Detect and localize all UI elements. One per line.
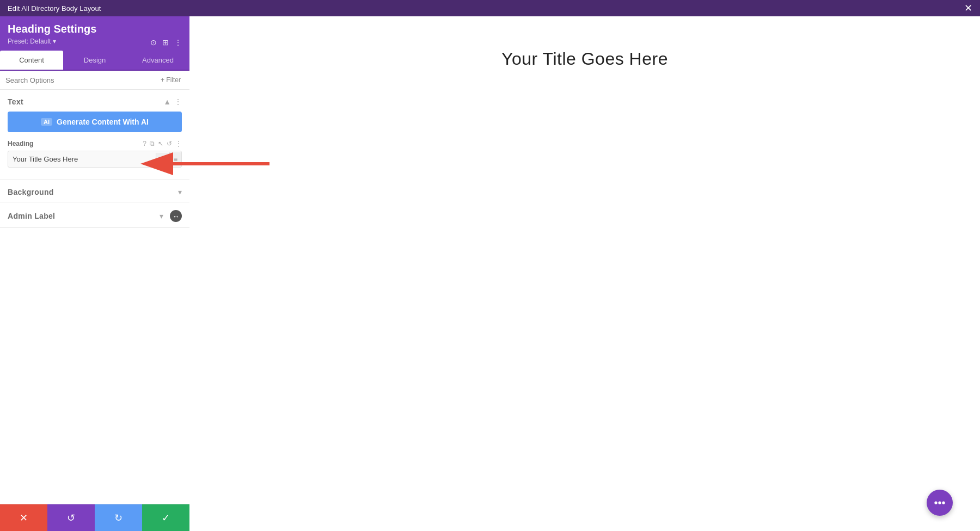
background-section-icons: ▾ [178, 188, 182, 196]
filter-button[interactable]: + Filter [157, 75, 184, 85]
tab-design[interactable]: Design [63, 51, 126, 70]
panel-footer: ✕ ↺ ↻ ✓ [0, 504, 189, 531]
undo-field-icon[interactable]: ↺ [167, 140, 172, 147]
help-icon[interactable]: ? [143, 140, 146, 147]
text-section-icons: ▲ ⋮ [163, 97, 182, 106]
admin-label-section-title: Admin Label [8, 212, 55, 220]
preset-arrow-icon: ▾ [53, 38, 56, 45]
top-bar: Edit All Directory Body Layout ✕ [0, 0, 980, 16]
admin-toggle-icon[interactable]: ↔ [170, 210, 182, 222]
layout-icon[interactable]: ⊞ [162, 38, 169, 47]
settings-icon[interactable]: ⊙ [150, 38, 157, 47]
heading-tools: ? ⧉ ↖ ↺ ⋮ [143, 140, 182, 147]
admin-label-section: Admin Label ▾ ↔ [0, 202, 189, 228]
tab-advanced[interactable]: Advanced [126, 51, 189, 70]
background-section-header: Background ▾ [0, 180, 189, 202]
pointer-icon[interactable]: ↖ [158, 140, 163, 147]
background-section-title: Background [8, 188, 54, 196]
redo-button[interactable]: ↻ [95, 504, 142, 531]
main-content: Your Title Goes Here [189, 16, 980, 531]
copy-icon[interactable]: ⧉ [150, 140, 155, 147]
collapse-icon[interactable]: ▲ [163, 97, 171, 106]
generate-ai-button[interactable]: AI Generate Content With AI [8, 112, 182, 132]
text-section-content: AI Generate Content With AI Heading ? ⧉ … [0, 112, 189, 180]
ai-button-label: Generate Content With AI [57, 118, 149, 126]
background-section: Background ▾ [0, 180, 189, 202]
main-title: Your Title Goes Here [501, 49, 668, 69]
section-more-icon[interactable]: ⋮ [174, 97, 182, 106]
panel-header: Heading Settings Preset: Default ▾ ⊙ ⊞ ⋮ [0, 16, 189, 51]
background-expand-icon[interactable]: ▾ [178, 188, 182, 196]
admin-expand-icon[interactable]: ▾ [160, 212, 163, 220]
heading-label: Heading [8, 140, 33, 147]
tab-content[interactable]: Content [0, 51, 63, 70]
heading-input[interactable] [8, 151, 156, 167]
panel-body: Text ▲ ⋮ AI Generate Content With AI Hea… [0, 90, 189, 504]
more-icon[interactable]: ⋮ [174, 38, 182, 47]
tabs: Content Design Advanced [0, 51, 189, 71]
search-input[interactable] [5, 76, 154, 84]
text-section-header: Text ▲ ⋮ [0, 90, 189, 112]
heading-input-icons: AI ≡ [156, 152, 181, 166]
panel-title: Heading Settings [8, 23, 182, 35]
ai-input-icon[interactable]: AI [156, 153, 169, 165]
field-more-icon[interactable]: ⋮ [175, 140, 182, 147]
left-panel: Heading Settings Preset: Default ▾ ⊙ ⊞ ⋮… [0, 16, 189, 531]
text-section-title: Text [8, 97, 23, 106]
search-bar: + Filter [0, 71, 189, 90]
close-icon[interactable]: ✕ [964, 3, 972, 13]
fab-button[interactable]: ••• [927, 490, 953, 516]
panel-header-icons: ⊙ ⊞ ⋮ [150, 38, 182, 47]
dynamic-content-icon[interactable]: ≡ [169, 152, 181, 166]
undo-button[interactable]: ↺ [47, 504, 95, 531]
preset-label: Preset: Default [8, 38, 51, 45]
top-bar-title: Edit All Directory Body Layout [8, 4, 101, 13]
heading-input-row: AI ≡ [8, 151, 182, 168]
heading-row: Heading ? ⧉ ↖ ↺ ⋮ AI ≡ [8, 140, 182, 168]
save-button[interactable]: ✓ [142, 504, 189, 531]
cancel-button[interactable]: ✕ [0, 504, 47, 531]
ai-badge: AI [41, 118, 52, 126]
text-section: Text ▲ ⋮ AI Generate Content With AI Hea… [0, 90, 189, 180]
admin-label-section-header: Admin Label ▾ ↔ [0, 202, 189, 227]
admin-label-section-icons: ▾ ↔ [160, 210, 182, 222]
heading-label-row: Heading ? ⧉ ↖ ↺ ⋮ [8, 140, 182, 147]
